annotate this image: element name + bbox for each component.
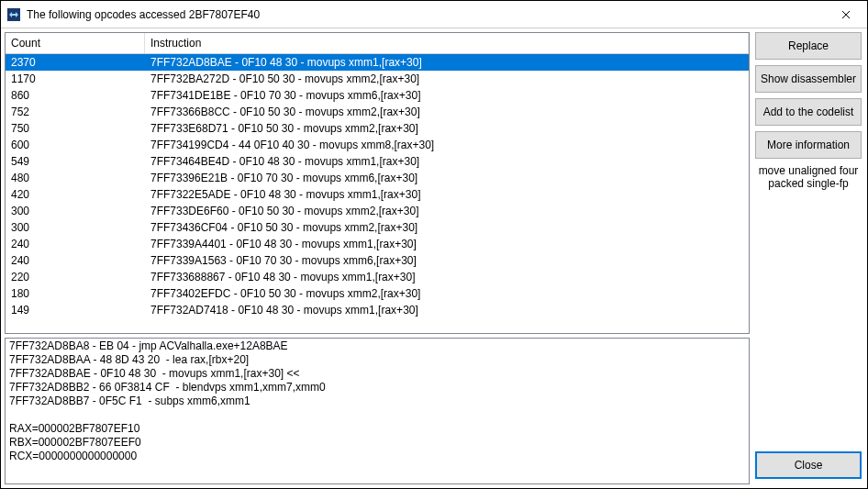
cell-count: 240 [6, 253, 145, 268]
cell-count: 2370 [6, 55, 145, 70]
disasm-line: 7FF732AD8BA8 - EB 04 - jmp ACValhalla.ex… [9, 339, 745, 353]
close-button[interactable]: Close [755, 451, 862, 479]
replace-button[interactable]: Replace [755, 32, 862, 60]
cell-instruction: 7FF732BA272D - 0F10 50 30 - movups xmm2,… [145, 72, 749, 86]
more-information-button[interactable]: More information [755, 131, 862, 159]
table-row[interactable]: 7527FF73366B8CC - 0F10 50 30 - movups xm… [6, 104, 749, 120]
cell-instruction: 7FF732AD8BAE - 0F10 48 30 - movups xmm1,… [145, 55, 749, 70]
table-row[interactable]: 4807FF73396E21B - 0F10 70 30 - movups xm… [6, 170, 749, 186]
dialog-body: Count Instruction 23707FF732AD8BAE - 0F1… [1, 28, 867, 488]
table-row[interactable]: 2207FF733688867 - 0F10 48 30 - movups xm… [6, 269, 749, 285]
table-row[interactable]: 3007FF733DE6F60 - 0F10 50 30 - movups xm… [6, 203, 749, 219]
opcode-description: move unaligned four packed single-fp [755, 164, 862, 190]
cell-count: 300 [6, 220, 145, 235]
cell-count: 420 [6, 187, 145, 202]
disasm-line: RAX=000002BF7807EF10 [9, 422, 745, 436]
cell-instruction: 7FF734199CD4 - 44 0F10 40 30 - movups xm… [145, 138, 749, 152]
cell-count: 752 [6, 105, 145, 119]
table-row[interactable]: 4207FF7322E5ADE - 0F10 48 30 - movups xm… [6, 186, 749, 203]
cell-instruction: 7FF733688867 - 0F10 48 30 - movups xmm1,… [145, 270, 749, 284]
cell-count: 180 [6, 286, 145, 301]
app-icon [6, 7, 21, 22]
table-row[interactable]: 2407FF7339A4401 - 0F10 48 30 - movups xm… [6, 236, 749, 252]
header-count[interactable]: Count [6, 33, 145, 53]
cell-instruction: 7FF7339A1563 - 0F10 70 30 - movups xmm6,… [145, 253, 749, 268]
cell-instruction: 7FF733E68D71 - 0F10 50 30 - movups xmm2,… [145, 121, 749, 136]
cell-instruction: 7FF73436CF04 - 0F10 50 30 - movups xmm2,… [145, 220, 749, 235]
cell-count: 600 [6, 138, 145, 152]
list-body[interactable]: 23707FF732AD8BAE - 0F10 48 30 - movups x… [6, 54, 749, 333]
add-to-codelist-button[interactable]: Add to the codelist [755, 98, 862, 126]
table-row[interactable]: 5497FF73464BE4D - 0F10 48 30 - movups xm… [6, 153, 749, 170]
titlebar: The following opcodes accessed 2BF7807EF… [1, 1, 867, 28]
cell-instruction: 7FF7339A4401 - 0F10 48 30 - movups xmm1,… [145, 237, 749, 251]
opcode-list[interactable]: Count Instruction 23707FF732AD8BAE - 0F1… [5, 32, 750, 334]
disassembly-pane[interactable]: 7FF732AD8BA8 - EB 04 - jmp ACValhalla.ex… [5, 338, 750, 484]
disasm-line: 7FF732AD8BB7 - 0F5C F1 - subps xmm6,xmm1 [9, 395, 745, 408]
cell-count: 149 [6, 303, 145, 317]
header-instruction[interactable]: Instruction [145, 33, 749, 53]
close-icon[interactable] [825, 1, 867, 28]
cell-count: 860 [6, 88, 145, 103]
table-row[interactable]: 23707FF732AD8BAE - 0F10 48 30 - movups x… [6, 54, 749, 71]
button-column: Replace Show disassembler Add to the cod… [750, 32, 863, 484]
cell-instruction: 7FF7322E5ADE - 0F10 48 30 - movups xmm1,… [145, 187, 749, 202]
cell-count: 300 [6, 204, 145, 218]
cell-instruction: 7FF73402EFDC - 0F10 50 30 - movups xmm2,… [145, 286, 749, 301]
table-row[interactable]: 6007FF734199CD4 - 44 0F10 40 30 - movups… [6, 137, 749, 153]
cell-instruction: 7FF73464BE4D - 0F10 48 30 - movups xmm1,… [145, 154, 749, 169]
table-row[interactable]: 7507FF733E68D71 - 0F10 50 30 - movups xm… [6, 120, 749, 137]
table-row[interactable]: 1807FF73402EFDC - 0F10 50 30 - movups xm… [6, 285, 749, 302]
cell-instruction: 7FF732AD7418 - 0F10 48 30 - movups xmm1,… [145, 303, 749, 317]
disasm-line: 7FF732AD8BB2 - 66 0F3814 CF - blendvps x… [9, 381, 745, 395]
cell-instruction: 7FF73366B8CC - 0F10 50 30 - movups xmm2,… [145, 105, 749, 119]
table-row[interactable]: 11707FF732BA272D - 0F10 50 30 - movups x… [6, 71, 749, 87]
disasm-line: RBX=000002BF7807EEF0 [9, 436, 745, 450]
table-row[interactable]: 8607FF7341DE1BE - 0F10 70 30 - movups xm… [6, 87, 749, 104]
disasm-line [9, 408, 745, 422]
spacer [755, 190, 862, 451]
left-column: Count Instruction 23707FF732AD8BAE - 0F1… [5, 32, 750, 484]
cell-instruction: 7FF733DE6F60 - 0F10 50 30 - movups xmm2,… [145, 204, 749, 218]
table-row[interactable]: 3007FF73436CF04 - 0F10 50 30 - movups xm… [6, 219, 749, 236]
list-header: Count Instruction [6, 33, 749, 54]
dialog-window: The following opcodes accessed 2BF7807EF… [0, 0, 868, 489]
cell-count: 549 [6, 154, 145, 169]
table-row[interactable]: 2407FF7339A1563 - 0F10 70 30 - movups xm… [6, 252, 749, 269]
show-disassembler-button[interactable]: Show disassembler [755, 65, 862, 93]
cell-instruction: 7FF73396E21B - 0F10 70 30 - movups xmm6,… [145, 171, 749, 185]
window-title: The following opcodes accessed 2BF7807EF… [27, 8, 825, 21]
table-row[interactable]: 1497FF732AD7418 - 0F10 48 30 - movups xm… [6, 302, 749, 318]
cell-count: 750 [6, 121, 145, 136]
cell-count: 1170 [6, 72, 145, 86]
disasm-line: 7FF732AD8BAA - 48 8D 43 20 - lea rax,[rb… [9, 353, 745, 367]
cell-count: 240 [6, 237, 145, 251]
disasm-line: RCX=0000000000000000 [9, 450, 745, 463]
cell-instruction: 7FF7341DE1BE - 0F10 70 30 - movups xmm6,… [145, 88, 749, 103]
cell-count: 220 [6, 270, 145, 284]
disasm-line: 7FF732AD8BAE - 0F10 48 30 - movups xmm1,… [9, 367, 745, 381]
cell-count: 480 [6, 171, 145, 185]
